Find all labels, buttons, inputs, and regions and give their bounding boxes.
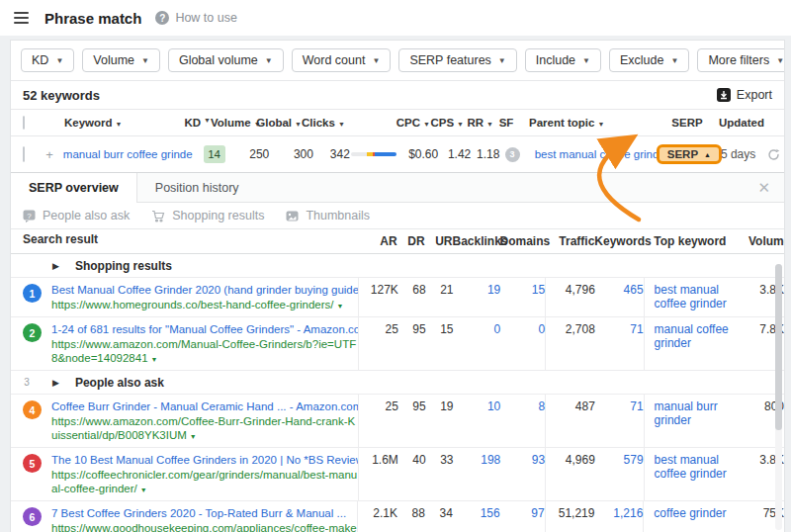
export-icon (717, 88, 731, 102)
backlinks-link[interactable]: 156 (453, 501, 500, 532)
how-to-use[interactable]: ? How to use (155, 11, 237, 25)
tab-serp-overview[interactable]: SERP overview (11, 173, 137, 203)
group-row-shopping-results[interactable]: ▶Shopping results (11, 254, 784, 278)
filter-exclude-button[interactable]: Exclude▼ (609, 48, 689, 72)
domains-link[interactable]: 8 (500, 395, 546, 447)
sort-caret-icon: ▼ (338, 121, 345, 128)
traffic-value: 51,219 (546, 501, 595, 532)
filter-kd-button[interactable]: KD▼ (21, 48, 74, 72)
domains-link[interactable]: 15 (500, 278, 546, 316)
backlinks-link[interactable]: 19 (454, 278, 501, 316)
serp-features-badge[interactable]: 3 (505, 147, 520, 162)
sort-caret-icon: ▼ (457, 121, 464, 128)
col-global[interactable]: Global▼ (256, 117, 302, 129)
serp-result-row: 1 Best Manual Coffee Grinder 2020 (hand … (11, 278, 784, 317)
toggle-people-also-ask[interactable]: ? People also ask (23, 209, 130, 222)
result-title-link[interactable]: Coffee Burr Grinder - Manual Ceramic Han… (51, 399, 358, 414)
select-all-checkbox[interactable] (23, 116, 25, 130)
serp-overview-panel: SERP overview Position history ✕ ? Peopl… (11, 172, 784, 532)
domains-link[interactable]: 93 (500, 448, 546, 500)
top-keyword-link[interactable]: coffee grinder (654, 506, 726, 520)
result-url-link[interactable]: https://www.goodhousekeeping.com/applian… (51, 522, 357, 532)
result-title-link[interactable]: 7 Best Coffee Grinders 2020 - Top-Rated … (51, 506, 357, 521)
filter-include-button[interactable]: Include▼ (525, 48, 601, 72)
url-caret-icon[interactable]: ▼ (337, 303, 344, 310)
cps-value: 1.42 (438, 147, 471, 161)
dr-value: 95 (398, 395, 426, 447)
url-caret-icon[interactable]: ▼ (190, 433, 197, 440)
result-title-link[interactable]: Best Manual Coffee Grinder 2020 (hand gr… (51, 283, 358, 298)
col-kd[interactable]: KD▼ (177, 117, 211, 129)
col-cps[interactable]: CPS▼ (430, 117, 464, 129)
url-caret-icon[interactable]: ▼ (151, 356, 158, 363)
keywords-link[interactable]: 71 (595, 395, 645, 447)
add-to-list-icon[interactable]: + (45, 147, 62, 162)
keywords-link[interactable]: 579 (595, 448, 645, 500)
scrollbar-track[interactable] (775, 264, 782, 530)
dr-value: 68 (398, 278, 426, 316)
close-icon[interactable]: ✕ (757, 180, 770, 195)
position-badge: 2 (23, 323, 42, 342)
ur-value: 34 (425, 501, 453, 532)
backlinks-link[interactable]: 198 (454, 448, 501, 500)
domains-link[interactable]: 97 (500, 501, 546, 532)
toggle-shopping-results[interactable]: Shopping results (151, 209, 264, 222)
keyword-count: 52 keywords (23, 88, 100, 103)
ar-value: 25 (359, 317, 398, 370)
result-url-link[interactable]: https://www.amazon.com/Manual-Coffee-Gri… (51, 338, 356, 364)
filter-more-filters-button[interactable]: More filters▼ (697, 48, 785, 72)
result-url-link[interactable]: https://www.homegrounds.co/best-hand-cof… (51, 299, 334, 310)
refresh-icon[interactable] (763, 148, 784, 161)
col-clicks[interactable]: Clicks▼ (302, 117, 339, 129)
top-keyword-link[interactable]: manual coffee grinder (655, 322, 729, 350)
col-parent-topic[interactable]: Parent topic▼ (519, 117, 658, 129)
result-url-link[interactable]: https://coffeechronicler.com/gear/grinde… (51, 469, 357, 494)
filter-volume-button[interactable]: Volume▼ (82, 48, 160, 72)
panel-tabs: SERP overview Position history ✕ (11, 173, 784, 203)
tab-position-history[interactable]: Position history (137, 173, 257, 202)
filter-global-volume-button[interactable]: Global volume▼ (168, 48, 284, 72)
row-checkbox[interactable] (23, 146, 25, 162)
backlinks-link[interactable]: 0 (454, 317, 501, 370)
ur-value: 33 (426, 448, 454, 500)
filter-serp-features-button[interactable]: SERP features▼ (398, 48, 516, 72)
position-number: 3 (19, 377, 35, 388)
global-volume-value: 300 (269, 147, 313, 161)
export-button[interactable]: Export (717, 88, 772, 102)
backlinks-link[interactable]: 10 (454, 395, 501, 447)
parent-topic-link[interactable]: best manual coffee grinder (535, 148, 659, 160)
clicks-value: 342 (313, 147, 350, 161)
top-keyword-link[interactable]: best manual coffee grinder (655, 453, 727, 481)
keywords-link[interactable]: 71 (595, 317, 645, 370)
result-url-link[interactable]: https://www.amazon.com/Coffee-Burr-Grind… (51, 415, 355, 441)
keywords-link[interactable]: 1,216 (594, 501, 644, 532)
group-row-people-also-ask[interactable]: 3▶People also ask (11, 371, 784, 395)
result-title-link[interactable]: 1-24 of 681 results for "Manual Coffee G… (51, 322, 358, 337)
serp-result-row: 2 1-24 of 681 results for "Manual Coffee… (11, 317, 784, 371)
menu-icon[interactable] (14, 12, 29, 24)
speech-bubble-icon: ? (23, 210, 36, 222)
keywords-link[interactable]: 465 (595, 278, 645, 316)
url-caret-icon[interactable]: ▼ (140, 487, 147, 493)
col-volume[interactable]: Volume▼ (211, 117, 256, 129)
traffic-value: 487 (546, 395, 595, 447)
serp-table-header: Search result AR DR UR Backlinks Domains… (11, 228, 784, 254)
scrollbar-thumb[interactable] (775, 264, 782, 430)
domains-link[interactable]: 0 (500, 317, 546, 370)
chevron-down-icon: ▼ (141, 56, 149, 65)
top-keyword-link[interactable]: manual burr grinder (655, 399, 718, 427)
toggle-thumbnails[interactable]: Thumbnails (286, 209, 370, 222)
col-cpc[interactable]: CPC▼ (389, 117, 430, 129)
serp-button[interactable]: SERP▲ (657, 144, 722, 164)
col-rr[interactable]: RR▼ (464, 117, 493, 129)
col-sf[interactable]: SF (493, 117, 519, 129)
col-keyword[interactable]: Keyword▼ (64, 117, 177, 129)
keyword-table-header: Keyword▼ KD▼ Volume▼ Global▼ Clicks▼ CPC… (11, 109, 784, 136)
keyword-link[interactable]: manual burr coffee grinder (63, 148, 193, 160)
result-title-link[interactable]: The 10 Best Manual Coffee Grinders in 20… (51, 453, 358, 468)
filter-word-count-button[interactable]: Word count▼ (292, 48, 392, 72)
col-ur: UR (425, 234, 453, 248)
col-domains: Domains (500, 234, 546, 248)
traffic-value: 4,969 (546, 448, 595, 500)
top-keyword-link[interactable]: best manual coffee grinder (655, 283, 727, 310)
